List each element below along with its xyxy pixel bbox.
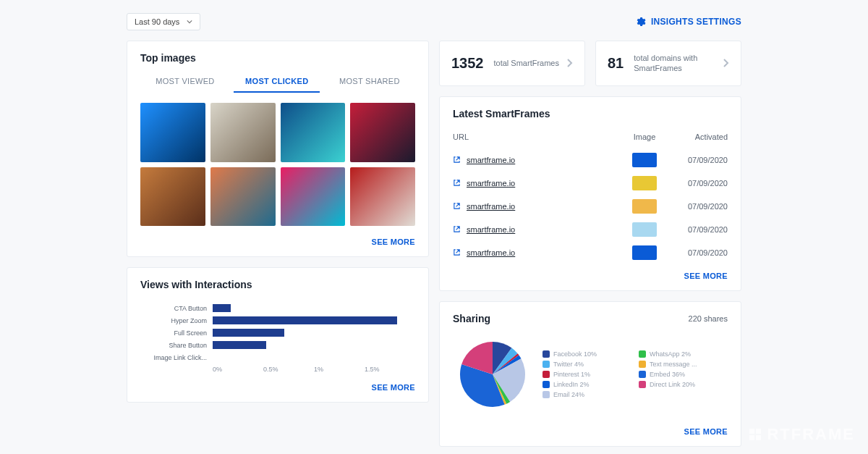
latest-title: Latest SmartFrames [440,97,741,127]
chevron-down-icon [187,19,192,25]
tab-most-clicked[interactable]: MOST CLICKED [234,71,320,93]
legend-label: Direct Link 20% [650,381,695,388]
thumbnail[interactable] [210,167,276,227]
url-link[interactable]: smartframe.io [467,179,515,188]
legend-item: Email 24% [542,391,631,398]
thumbnail-small[interactable] [632,199,657,214]
thumbnail-small[interactable] [632,176,657,190]
insights-settings-label: INSIGHTS SETTINGS [651,17,741,27]
thumbnail[interactable] [350,103,415,162]
col-image: Image [619,133,670,141]
activated-date: 07/09/2020 [670,156,728,164]
legend-label: LinkedIn 2% [553,381,590,388]
stat-value: 1352 [451,55,484,72]
legend-swatch [542,371,550,378]
sharing-card: Sharing 220 shares Facebook 10%WhatsApp … [439,301,741,447]
thumbnail[interactable] [140,103,205,162]
chevron-right-icon [722,58,729,68]
thumbnail[interactable] [210,103,276,162]
legend-swatch [639,371,646,378]
top-images-grid [127,93,428,230]
top-images-tabs: MOST VIEWEDMOST CLICKEDMOST SHARED [127,71,428,93]
thumbnail[interactable] [350,167,415,227]
tab-most-viewed[interactable]: MOST VIEWED [144,71,226,93]
thumbnail[interactable] [281,103,346,162]
bar [213,304,231,312]
table-row: smartframe.io07/09/2020 [440,148,741,172]
url-link[interactable]: smartframe.io [467,248,515,257]
axis-tick: 0.5% [263,366,314,373]
bar [213,316,397,324]
interactions-chart: CTA ButtonHyper ZoomFull ScreenShare But… [127,298,428,376]
interactions-title: Views with Interactions [127,268,428,298]
legend-swatch [542,391,550,398]
axis-tick: 1% [314,366,365,373]
axis-tick: 0% [213,366,263,373]
table-row: smartframe.io07/09/2020 [440,241,741,264]
legend-label: Facebook 10% [553,350,597,358]
insights-settings-link[interactable]: INSIGHTS SETTINGS [634,16,741,28]
legend-label: Twitter 4% [553,361,584,368]
date-range-dropdown[interactable]: Last 90 days [127,13,200,30]
col-activated: Activated [670,133,728,141]
latest-table-header: URL Image Activated [440,127,741,148]
sharing-title: Sharing [453,313,490,324]
latest-smartframes-card: Latest SmartFrames URL Image Activated s… [439,96,741,291]
legend-item: Text message ... [639,361,728,368]
latest-see-more[interactable]: SEE MORE [440,264,741,290]
legend-item: Embed 36% [639,371,728,378]
stat-value: 81 [608,55,624,72]
top-images-card: Top images MOST VIEWEDMOST CLICKEDMOST S… [127,41,429,257]
external-link-icon [453,202,461,210]
bar [213,341,266,349]
sharing-pie-chart [453,335,532,414]
external-link-icon [453,248,461,256]
tab-most-shared[interactable]: MOST SHARED [328,71,412,93]
legend-item: WhatsApp 2% [639,350,728,358]
sharing-total: 220 shares [689,314,728,323]
axis-tick: 1.5% [365,366,415,373]
table-row: smartframe.io07/09/2020 [440,172,741,195]
bar-label: Image Link Click... [140,354,213,361]
thumbnail[interactable] [140,167,205,227]
activated-date: 07/09/2020 [670,202,728,211]
external-link-icon [453,225,461,233]
stat-card[interactable]: 81total domains with SmartFrames [595,41,741,86]
url-link[interactable]: smartframe.io [467,156,515,164]
legend-swatch [542,361,550,368]
chevron-right-icon [566,58,573,68]
stat-card[interactable]: 1352total SmartFrames [439,41,585,86]
gear-icon [634,16,646,28]
top-images-see-more[interactable]: SEE MORE [127,230,428,256]
table-row: smartframe.io07/09/2020 [440,218,741,241]
interactions-card: Views with Interactions CTA ButtonHyper … [127,267,429,403]
date-range-label: Last 90 days [135,17,179,26]
top-images-title: Top images [127,41,428,71]
thumbnail-small[interactable] [632,222,657,237]
thumbnail[interactable] [281,167,346,227]
legend-label: Pinterest 1% [553,371,590,378]
external-link-icon [453,156,461,164]
table-row: smartframe.io07/09/2020 [440,195,741,218]
legend-item: Direct Link 20% [639,381,728,388]
legend-item: Twitter 4% [542,361,631,368]
url-link[interactable]: smartframe.io [467,225,515,234]
sharing-legend: Facebook 10%WhatsApp 2%Twitter 4%Text me… [542,350,728,398]
activated-date: 07/09/2020 [670,248,728,257]
bar [213,329,284,337]
bar-label: Hyper Zoom [140,317,213,324]
legend-label: Email 24% [553,391,584,398]
sharing-see-more[interactable]: SEE MORE [440,420,741,446]
legend-swatch [639,350,646,358]
legend-label: WhatsApp 2% [650,350,691,358]
url-link[interactable]: smartframe.io [467,202,515,211]
thumbnail-small[interactable] [632,245,657,260]
bar-label: Share Button [140,342,213,349]
activated-date: 07/09/2020 [670,225,728,234]
legend-swatch [639,361,646,368]
col-url: URL [453,133,619,141]
interactions-see-more[interactable]: SEE MORE [127,376,428,402]
thumbnail-small[interactable] [632,153,657,167]
legend-swatch [542,350,550,358]
legend-swatch [639,381,646,388]
